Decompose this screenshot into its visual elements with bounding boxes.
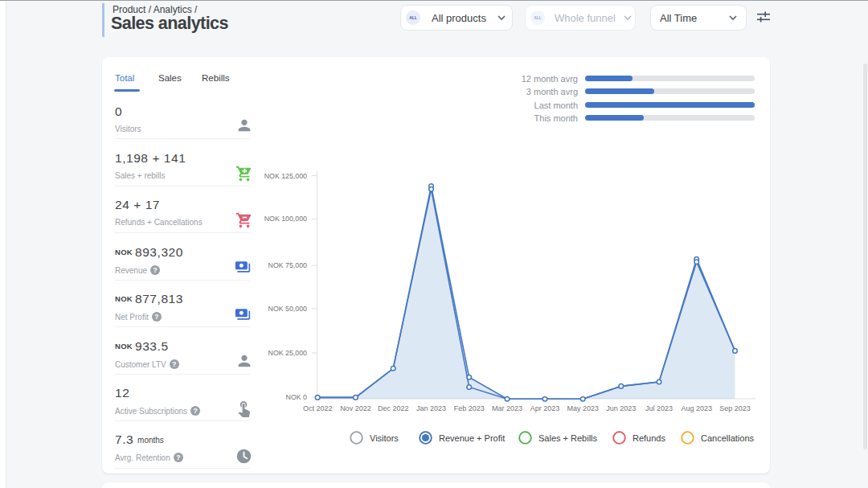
svg-text:Jun 2023: Jun 2023 (606, 404, 636, 412)
svg-text:Feb 2023: Feb 2023 (454, 404, 485, 412)
svg-text:Oct 2022: Oct 2022 (303, 404, 333, 412)
svg-text:NOK 125,000: NOK 125,000 (264, 172, 307, 180)
svg-text:Aug 2023: Aug 2023 (681, 404, 712, 412)
svg-text:Apr 2023: Apr 2023 (530, 404, 560, 412)
svg-text:NOK 0: NOK 0 (286, 393, 308, 401)
svg-text:NOK 50,000: NOK 50,000 (268, 305, 308, 313)
svg-text:Sep 2023: Sep 2023 (719, 404, 751, 412)
svg-text:Jul 2023: Jul 2023 (645, 404, 673, 412)
svg-text:NOK 75,000: NOK 75,000 (268, 261, 308, 269)
svg-text:Dec 2022: Dec 2022 (378, 404, 409, 412)
svg-text:Nov 2022: Nov 2022 (340, 404, 371, 412)
svg-text:May 2023: May 2023 (567, 404, 599, 412)
svg-text:NOK 100,000: NOK 100,000 (264, 215, 307, 223)
svg-text:NOK 25,000: NOK 25,000 (268, 349, 308, 357)
svg-text:Jan 2023: Jan 2023 (416, 404, 446, 412)
svg-text:Mar 2023: Mar 2023 (492, 404, 522, 412)
